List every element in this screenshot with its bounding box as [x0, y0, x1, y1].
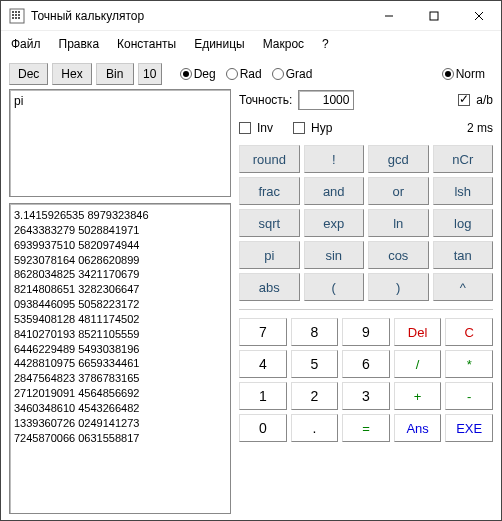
radio-icon — [180, 68, 192, 80]
svg-rect-7 — [12, 17, 14, 19]
mode-bin-button[interactable]: Bin — [96, 63, 134, 85]
key-7[interactable]: 7 — [239, 318, 287, 346]
key-gcd[interactable]: gcd — [368, 145, 429, 173]
key-clear[interactable]: C — [445, 318, 493, 346]
menu-units[interactable]: Единицы — [190, 35, 249, 53]
key-rparen[interactable]: ) — [368, 273, 429, 301]
hyp-checkbox[interactable] — [293, 122, 305, 134]
norm-radio[interactable]: Norm — [442, 67, 485, 81]
key-round[interactable]: round — [239, 145, 300, 173]
result-output[interactable]: 3.1415926535 8979323846 2643383279 50288… — [9, 203, 231, 514]
key-ln[interactable]: ln — [368, 209, 429, 237]
key-9[interactable]: 9 — [342, 318, 390, 346]
key-or[interactable]: or — [368, 177, 429, 205]
mode-hex-button[interactable]: Hex — [52, 63, 91, 85]
key-3[interactable]: 3 — [342, 382, 390, 410]
radio-icon — [226, 68, 238, 80]
precision-label: Точность: — [239, 93, 292, 107]
menu-constants[interactable]: Константы — [113, 35, 180, 53]
angle-grad-radio[interactable]: Grad — [272, 67, 313, 81]
key-sqrt[interactable]: sqrt — [239, 209, 300, 237]
key-pow[interactable]: ^ — [433, 273, 494, 301]
key-fact[interactable]: ! — [304, 145, 365, 173]
menu-edit[interactable]: Правка — [55, 35, 104, 53]
key-add[interactable]: + — [394, 382, 442, 410]
key-4[interactable]: 4 — [239, 350, 287, 378]
ab-label: a/b — [476, 93, 493, 107]
svg-rect-5 — [15, 14, 17, 16]
key-0[interactable]: 0 — [239, 414, 287, 442]
key-cos[interactable]: cos — [368, 241, 429, 269]
divider — [239, 309, 493, 310]
key-lsh[interactable]: lsh — [433, 177, 494, 205]
menu-help[interactable]: ? — [318, 35, 333, 53]
inv-label: Inv — [257, 121, 273, 135]
key-5[interactable]: 5 — [291, 350, 339, 378]
key-sub[interactable]: - — [445, 382, 493, 410]
window-title: Точный калькулятор — [31, 9, 366, 23]
key-abs[interactable]: abs — [239, 273, 300, 301]
svg-rect-11 — [430, 12, 438, 20]
svg-rect-2 — [15, 11, 17, 13]
key-pi[interactable]: pi — [239, 241, 300, 269]
key-lparen[interactable]: ( — [304, 273, 365, 301]
key-ncr[interactable]: nCr — [433, 145, 494, 173]
radio-icon — [442, 68, 454, 80]
key-ans[interactable]: Ans — [394, 414, 442, 442]
key-eq[interactable]: = — [342, 414, 390, 442]
key-frac[interactable]: frac — [239, 177, 300, 205]
maximize-button[interactable] — [411, 1, 456, 30]
radio-icon — [272, 68, 284, 80]
key-exp[interactable]: exp — [304, 209, 365, 237]
function-keypad: round ! gcd nCr frac and or lsh sqrt exp… — [239, 145, 493, 301]
key-8[interactable]: 8 — [291, 318, 339, 346]
key-div[interactable]: / — [394, 350, 442, 378]
precision-input[interactable]: 1000 — [298, 90, 354, 110]
numeric-keypad: 7 8 9 Del C 4 5 6 / * 1 2 3 + - 0 . = An… — [239, 318, 493, 442]
key-2[interactable]: 2 — [291, 382, 339, 410]
app-icon — [9, 8, 25, 24]
key-tan[interactable]: tan — [433, 241, 494, 269]
menubar: Файл Правка Константы Единицы Макрос ? — [1, 31, 501, 57]
key-mul[interactable]: * — [445, 350, 493, 378]
expression-input[interactable]: pi — [9, 89, 231, 197]
key-log[interactable]: log — [433, 209, 494, 237]
svg-rect-4 — [12, 14, 14, 16]
mode-dec-button[interactable]: Dec — [9, 63, 48, 85]
key-del[interactable]: Del — [394, 318, 442, 346]
hyp-label: Hyp — [311, 121, 332, 135]
key-and[interactable]: and — [304, 177, 365, 205]
key-1[interactable]: 1 — [239, 382, 287, 410]
mode-base-button[interactable]: 10 — [138, 63, 162, 85]
menu-macro[interactable]: Макрос — [259, 35, 308, 53]
svg-rect-9 — [18, 17, 20, 19]
inv-checkbox[interactable] — [239, 122, 251, 134]
time-label: 2 ms — [467, 121, 493, 135]
menu-file[interactable]: Файл — [7, 35, 45, 53]
ab-checkbox[interactable] — [458, 94, 470, 106]
svg-rect-3 — [18, 11, 20, 13]
key-exe[interactable]: EXE — [445, 414, 493, 442]
svg-rect-1 — [12, 11, 14, 13]
key-dot[interactable]: . — [291, 414, 339, 442]
minimize-button[interactable] — [366, 1, 411, 30]
key-6[interactable]: 6 — [342, 350, 390, 378]
key-sin[interactable]: sin — [304, 241, 365, 269]
angle-rad-radio[interactable]: Rad — [226, 67, 262, 81]
svg-rect-6 — [18, 14, 20, 16]
angle-deg-radio[interactable]: Deg — [180, 67, 216, 81]
svg-rect-8 — [15, 17, 17, 19]
close-button[interactable] — [456, 1, 501, 30]
